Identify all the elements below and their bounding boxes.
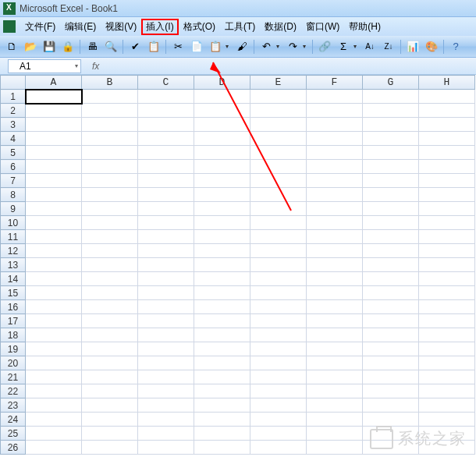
cell-D3[interactable]	[194, 118, 250, 132]
format-painter-icon[interactable]: 🖌	[233, 38, 250, 55]
col-head-E[interactable]: E	[250, 76, 307, 90]
menu-tools[interactable]: 工具(T)	[220, 19, 260, 35]
cell-D18[interactable]	[194, 328, 250, 342]
cell-F16[interactable]	[307, 300, 363, 314]
cell-H23[interactable]	[419, 398, 475, 413]
cell-G1[interactable]	[363, 90, 419, 104]
cell-H7[interactable]	[419, 174, 475, 188]
row-head-9[interactable]: 9	[1, 202, 26, 216]
cell-G15[interactable]	[363, 286, 419, 300]
cell-C4[interactable]	[138, 132, 194, 146]
cell-E13[interactable]	[250, 258, 307, 272]
cell-B12[interactable]	[82, 244, 138, 258]
cell-D19[interactable]	[194, 342, 250, 356]
row-head-7[interactable]: 7	[1, 174, 26, 188]
cell-C9[interactable]	[138, 202, 194, 216]
cell-C10[interactable]	[138, 216, 194, 230]
hyperlink-icon[interactable]: 🔗	[316, 38, 333, 55]
cell-C23[interactable]	[138, 398, 194, 413]
cell-H19[interactable]	[419, 342, 475, 356]
cell-D12[interactable]	[194, 244, 250, 258]
help-icon[interactable]: ?	[447, 38, 464, 55]
cell-C7[interactable]	[138, 174, 194, 188]
cell-B18[interactable]	[82, 328, 138, 342]
cell-F17[interactable]	[307, 314, 363, 328]
row-head-11[interactable]: 11	[1, 230, 26, 244]
cell-H6[interactable]	[419, 160, 475, 174]
cell-E18[interactable]	[250, 328, 307, 342]
fx-icon[interactable]: fx	[92, 61, 99, 72]
cell-F2[interactable]	[307, 104, 363, 118]
cell-E24[interactable]	[250, 413, 307, 427]
cell-G12[interactable]	[363, 244, 419, 258]
drawing-icon[interactable]: 🎨	[423, 38, 440, 55]
cell-E1[interactable]	[250, 90, 307, 104]
undo-dropdown[interactable]: ▾	[276, 43, 282, 50]
cell-C11[interactable]	[138, 230, 194, 244]
cell-F4[interactable]	[307, 132, 363, 146]
cell-B8[interactable]	[82, 188, 138, 202]
cell-H22[interactable]	[419, 384, 475, 398]
cell-G17[interactable]	[363, 314, 419, 328]
cell-A8[interactable]	[26, 188, 82, 202]
cell-C6[interactable]	[138, 160, 194, 174]
cell-E25[interactable]	[250, 427, 307, 441]
cell-E22[interactable]	[250, 384, 307, 398]
cell-E4[interactable]	[250, 132, 307, 146]
cell-F6[interactable]	[307, 160, 363, 174]
cell-H20[interactable]	[419, 356, 475, 370]
cell-F20[interactable]	[307, 356, 363, 370]
cell-D16[interactable]	[194, 300, 250, 314]
menu-help[interactable]: 帮助(H)	[344, 19, 385, 35]
row-head-12[interactable]: 12	[1, 244, 26, 258]
cell-G16[interactable]	[363, 300, 419, 314]
cell-C19[interactable]	[138, 342, 194, 356]
cell-C14[interactable]	[138, 272, 194, 286]
row-head-26[interactable]: 26	[1, 441, 26, 455]
cell-D1[interactable]	[194, 90, 250, 104]
cell-B19[interactable]	[82, 342, 138, 356]
cut-icon[interactable]: ✂	[169, 38, 186, 55]
cell-G21[interactable]	[363, 370, 419, 384]
cell-G24[interactable]	[363, 413, 419, 427]
cell-B3[interactable]	[82, 118, 138, 132]
cell-C15[interactable]	[138, 286, 194, 300]
cell-G5[interactable]	[363, 146, 419, 160]
row-head-6[interactable]: 6	[1, 160, 26, 174]
cell-C22[interactable]	[138, 384, 194, 398]
autosum-icon[interactable]: Σ	[335, 38, 352, 55]
print-icon[interactable]: 🖶	[83, 38, 101, 55]
cell-A5[interactable]	[26, 146, 82, 160]
cell-E15[interactable]	[250, 286, 307, 300]
cell-C12[interactable]	[138, 244, 194, 258]
cell-D4[interactable]	[194, 132, 250, 146]
cell-F22[interactable]	[307, 384, 363, 398]
cell-F7[interactable]	[307, 174, 363, 188]
row-head-16[interactable]: 16	[1, 300, 26, 314]
cell-E12[interactable]	[250, 244, 307, 258]
cell-H5[interactable]	[419, 146, 475, 160]
cell-B26[interactable]	[82, 441, 138, 455]
row-head-14[interactable]: 14	[1, 272, 26, 286]
cell-H2[interactable]	[419, 104, 475, 118]
cell-H8[interactable]	[419, 188, 475, 202]
cell-H1[interactable]	[419, 90, 475, 104]
sort-asc-icon[interactable]: A↓	[361, 38, 378, 55]
cell-D23[interactable]	[194, 398, 250, 413]
cell-G8[interactable]	[363, 188, 419, 202]
grid-table[interactable]: ABCDEFGH12345678910111213141516171819202…	[0, 75, 475, 455]
cell-H14[interactable]	[419, 272, 475, 286]
permissions-icon[interactable]: 🔒	[59, 38, 76, 55]
cell-E19[interactable]	[250, 342, 307, 356]
cell-H11[interactable]	[419, 230, 475, 244]
cell-A25[interactable]	[26, 427, 82, 441]
cell-D8[interactable]	[194, 188, 250, 202]
cell-C16[interactable]	[138, 300, 194, 314]
cell-F24[interactable]	[307, 413, 363, 427]
cell-D26[interactable]	[194, 441, 250, 455]
research-icon[interactable]: 📋	[145, 38, 162, 55]
cell-D24[interactable]	[194, 413, 250, 427]
cell-G9[interactable]	[363, 202, 419, 216]
cell-H21[interactable]	[419, 370, 475, 384]
col-head-A[interactable]: A	[26, 76, 82, 90]
